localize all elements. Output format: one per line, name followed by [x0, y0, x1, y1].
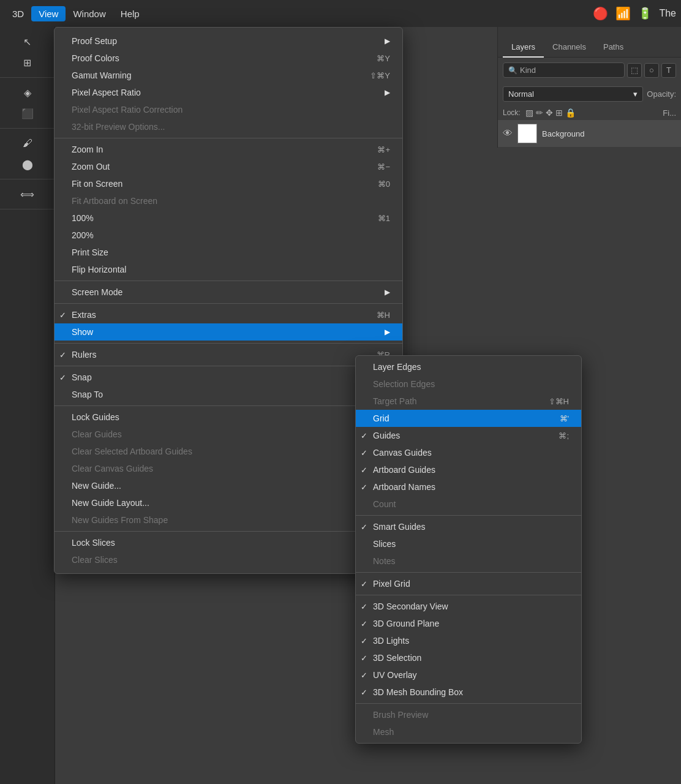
submenu-layer-edges[interactable]: Layer Edges: [356, 358, 581, 375]
menu-section-guides: Lock Guides ⌥⌘; Clear Guides Clear Selec…: [55, 406, 402, 532]
tool-paint[interactable]: ⬛: [18, 104, 37, 123]
panel-search-row: 🔍 Kind ⬚ ○ T: [498, 58, 681, 83]
menu-item-help[interactable]: Help: [113, 6, 147, 21]
submenu-selection-edges: Selection Edges: [356, 375, 581, 393]
menu-clear-slices: Clear Slices: [55, 551, 402, 568]
show-submenu: Layer Edges Selection Edges Target Path …: [355, 355, 582, 744]
submenu-3d-ground-plane[interactable]: ✓ 3D Ground Plane: [356, 615, 581, 632]
lock-position-icon[interactable]: ✥: [546, 108, 553, 118]
menu-show[interactable]: Show ▶: [55, 323, 402, 341]
menu-rulers[interactable]: ✓ Rulers ⌘R: [55, 346, 402, 363]
menu-proof-colors[interactable]: Proof Colors ⌘Y: [55, 50, 402, 67]
tab-channels[interactable]: Channels: [544, 37, 595, 58]
tab-paths[interactable]: Paths: [595, 37, 632, 58]
menu-section-slices: Lock Slices Clear Slices: [55, 532, 402, 571]
lock-artboards-icon[interactable]: ⊞: [555, 108, 563, 118]
menu-new-guides-from-shape: New Guides From Shape: [55, 511, 402, 529]
panel-filter-icons: ⬚ ○ T: [627, 63, 676, 78]
submenu-3d-secondary-view[interactable]: ✓ 3D Secondary View: [356, 598, 581, 615]
lock-transparent-icon[interactable]: ▨: [525, 108, 533, 118]
menu-extras[interactable]: ✓ Extras ⌘H: [55, 306, 402, 323]
menu-item-3d[interactable]: 3D: [5, 6, 31, 21]
submenu-count: Count: [356, 496, 581, 513]
submenu-guides[interactable]: ✓ Guides ⌘;: [356, 427, 581, 444]
submenu-slices[interactable]: Slices: [356, 535, 581, 552]
lock-pixels-icon[interactable]: ✏: [536, 108, 543, 118]
menu-new-guide-layout[interactable]: New Guide Layout...: [55, 494, 402, 511]
menu-new-guide[interactable]: New Guide...: [55, 477, 402, 494]
menu-100[interactable]: 100% ⌘1: [55, 209, 402, 227]
submenu-divider-2: [356, 572, 581, 573]
menu-screen-mode[interactable]: Screen Mode ▶: [55, 284, 402, 301]
menu-print-size[interactable]: Print Size: [55, 244, 402, 261]
menu-bar: 3D View Window Help 🔴 📶 🔋 The: [0, 0, 681, 27]
submenu-3d-selection[interactable]: ✓ 3D Selection: [356, 649, 581, 666]
tab-layers[interactable]: Layers: [503, 37, 544, 58]
wifi-status-icon: 🔴: [593, 6, 608, 21]
submenu-artboard-guides[interactable]: ✓ Artboard Guides: [356, 461, 581, 478]
menu-pixel-aspect-correction: Pixel Aspect Ratio Correction: [55, 101, 402, 118]
blend-mode-select[interactable]: Normal ▾: [503, 86, 643, 102]
search-box[interactable]: 🔍 Kind: [503, 62, 625, 78]
view-dropdown-menu: Proof Setup ▶ Proof Colors ⌘Y Gamut Warn…: [54, 27, 403, 574]
tool-move[interactable]: ↖: [18, 32, 37, 51]
layer-visibility-icon[interactable]: 👁: [503, 128, 513, 139]
opacity-label: Opacity:: [647, 89, 676, 99]
toolbar-section-3: 🖌 ⬤: [0, 129, 55, 179]
submenu-3d-lights[interactable]: ✓ 3D Lights: [356, 632, 581, 649]
menu-zoom-in[interactable]: Zoom In ⌘+: [55, 141, 402, 158]
menu-snap[interactable]: ✓ Snap ⇧⌘;: [55, 369, 402, 386]
chevron-down-icon: ▾: [633, 89, 638, 99]
menu-pixel-aspect-ratio[interactable]: Pixel Aspect Ratio ▶: [55, 84, 402, 101]
submenu-artboard-names[interactable]: ✓ Artboard Names: [356, 478, 581, 496]
submenu-divider-1: [356, 515, 581, 516]
menu-item-window[interactable]: Window: [66, 6, 113, 21]
filter-icon-1[interactable]: ⬚: [627, 63, 642, 78]
layer-background[interactable]: 👁 Background: [498, 120, 681, 148]
toolbar-section-4: ⟺: [0, 179, 55, 209]
submenu-divider-3: [356, 595, 581, 595]
filter-icon-2[interactable]: ○: [644, 63, 659, 78]
tool-align[interactable]: ⊞: [18, 53, 37, 72]
submenu-canvas-guides[interactable]: ✓ Canvas Guides: [356, 444, 581, 461]
submenu-mesh: Mesh: [356, 723, 581, 741]
lock-label: Lock:: [503, 108, 521, 117]
submenu-brush-preview: Brush Preview: [356, 706, 581, 723]
lock-icons: ▨ ✏ ✥ ⊞ 🔒: [525, 108, 576, 118]
menu-flip-horizontal[interactable]: Flip Horizontal: [55, 261, 402, 278]
menu-200[interactable]: 200%: [55, 227, 402, 244]
submenu-target-path: Target Path ⇧⌘H: [356, 393, 581, 410]
menu-bar-right: 🔴 📶 🔋 The: [593, 6, 676, 21]
menu-lock-slices[interactable]: Lock Slices: [55, 534, 402, 551]
menu-lock-guides[interactable]: Lock Guides ⌥⌘;: [55, 409, 402, 426]
menu-snap-to[interactable]: Snap To ▶: [55, 386, 402, 403]
submenu-notes: Notes: [356, 552, 581, 570]
left-toolbar: ↖ ⊞ ◈ ⬛ 🖌 ⬤ ⟺: [0, 27, 55, 784]
menu-32bit-preview: 32-bit Preview Options...: [55, 118, 402, 135]
tool-3d[interactable]: ◈: [18, 83, 37, 102]
submenu-3d-mesh-bounding-box[interactable]: ✓ 3D Mesh Bounding Box: [356, 684, 581, 701]
menu-item-view[interactable]: View: [31, 6, 66, 21]
filter-icon-3[interactable]: T: [661, 63, 676, 78]
layer-thumbnail: [517, 124, 537, 143]
submenu-uv-overlay[interactable]: ✓ UV Overlay: [356, 666, 581, 684]
submenu-grid[interactable]: Grid ⌘': [356, 410, 581, 427]
menu-zoom-out[interactable]: Zoom Out ⌘−: [55, 158, 402, 175]
panel-tabs: Layers Channels Paths: [498, 27, 681, 58]
menu-proof-setup[interactable]: Proof Setup ▶: [55, 32, 402, 50]
search-kind-label: Kind: [520, 66, 536, 75]
fill-label: Fi...: [663, 108, 676, 118]
submenu-pixel-grid[interactable]: ✓ Pixel Grid: [356, 575, 581, 592]
menu-fit-artboard: Fit Artboard on Screen: [55, 192, 402, 209]
submenu-smart-guides[interactable]: ✓ Smart Guides: [356, 518, 581, 535]
tool-eyedropper[interactable]: ⟺: [18, 184, 37, 204]
lock-all-icon[interactable]: 🔒: [565, 108, 576, 118]
menu-gamut-warning[interactable]: Gamut Warning ⇧⌘Y: [55, 67, 402, 84]
menu-fit-screen[interactable]: Fit on Screen ⌘0: [55, 175, 402, 192]
layers-panel: Layers Channels Paths 🔍 Kind ⬚ ○ T Norma…: [497, 27, 681, 148]
menu-section-proof: Proof Setup ▶ Proof Colors ⌘Y Gamut Warn…: [55, 30, 402, 138]
layer-name: Background: [542, 129, 584, 138]
tool-gradient[interactable]: ⬤: [18, 154, 37, 174]
tool-brush[interactable]: 🖌: [18, 134, 37, 153]
blend-mode-row: Normal ▾ Opacity:: [498, 83, 681, 105]
